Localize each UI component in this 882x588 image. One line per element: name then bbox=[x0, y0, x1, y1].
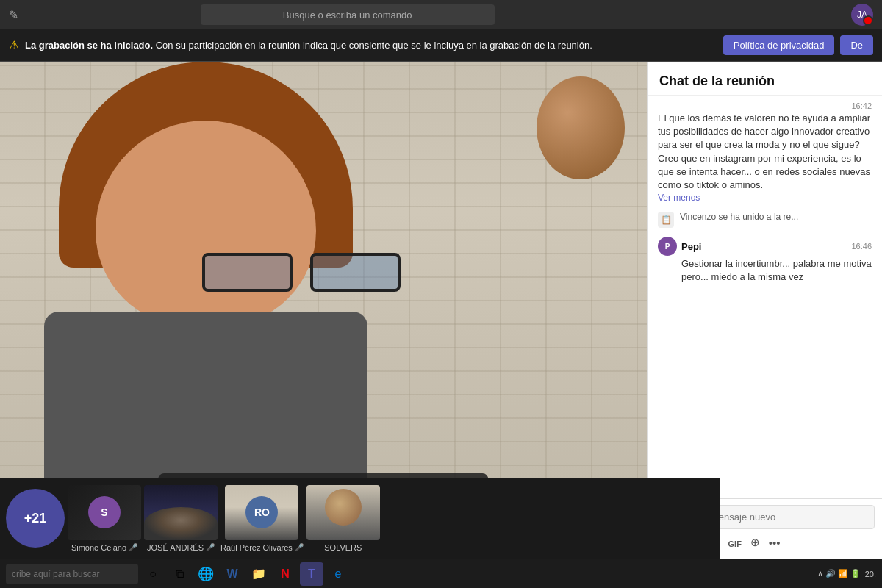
user-avatar[interactable]: JA bbox=[851, 4, 873, 26]
sticker-icon: ⊕ bbox=[750, 536, 760, 548]
avatar-s: S bbox=[88, 496, 121, 528]
content-row: rmen Garrido ★ ••• 01:01:49 bbox=[0, 62, 882, 559]
thumb-name-ro: Raúl Pérez Olivares 🎤 bbox=[220, 543, 304, 552]
mute-icon-ro: 🎤 bbox=[295, 543, 304, 551]
overflow-count-item[interactable]: +21 bbox=[6, 489, 65, 548]
thumb-name-label-sc: JOSÉ ANDRÉS bbox=[147, 543, 204, 552]
chat-system-1: 📋 Vincenzo se ha unido a la re... bbox=[658, 212, 872, 228]
app-window: ✎ Busque o escriba un comando JA ⚠ La gr… bbox=[0, 0, 882, 588]
thumb-name-label-ro: Raúl Pérez Olivares bbox=[220, 543, 293, 552]
taskbar-edge[interactable]: e bbox=[326, 562, 350, 586]
thumb-video-last bbox=[306, 485, 380, 540]
person-face bbox=[96, 121, 316, 326]
thumb-video-sc bbox=[144, 485, 218, 540]
chat-header: Chat de la reunión bbox=[648, 62, 882, 96]
taskbar-explorer[interactable]: 📁 bbox=[247, 562, 270, 586]
chrome-icon: 🌐 bbox=[198, 566, 214, 582]
recording-bold: La grabación se ha iniciado. bbox=[25, 40, 153, 51]
taskbar-taskview[interactable]: ⧉ bbox=[168, 562, 191, 586]
recording-banner: ⚠ La grabación se ha iniciado. Con su pa… bbox=[0, 29, 882, 62]
thumb-name-last: SOLVERS bbox=[324, 543, 362, 552]
thumb-name-label-s: Simone Celano bbox=[71, 543, 126, 552]
thumb-video-s: S bbox=[68, 485, 141, 540]
title-bar: ✎ Busque o escriba un comando JA bbox=[0, 0, 882, 29]
taskbar-right: ∧ 🔊 📶 🔋 20: bbox=[817, 569, 876, 578]
taskview-icon: ⧉ bbox=[176, 567, 184, 581]
recording-body: Con su participación en la reunión indic… bbox=[156, 40, 592, 51]
chat-msg-2-name: Pepi bbox=[681, 241, 701, 252]
avatar-ro: RO bbox=[245, 496, 278, 528]
chat-msg-2-header: P Pepi 16:46 bbox=[658, 237, 872, 256]
chat-msg-2-text: Gestionar la incertiumbr... palabra me m… bbox=[681, 257, 872, 284]
overflow-count[interactable]: +21 bbox=[6, 489, 65, 548]
taskbar: ○ ⧉ 🌐 W 📁 N T e ∧ 🔊 📶 🔋 20: bbox=[0, 559, 882, 588]
chat-messages: 16:42 El que los demás te valoren no te … bbox=[648, 96, 882, 498]
thumb-name-s: Simone Celano 🎤 bbox=[71, 543, 137, 552]
taskbar-cortana[interactable]: ○ bbox=[141, 562, 165, 586]
thumbnail-s[interactable]: S Simone Celano 🎤 bbox=[68, 485, 141, 552]
taskbar-time: 20: bbox=[865, 570, 876, 578]
edit-icon[interactable]: ✎ bbox=[9, 8, 18, 22]
chat-msg-1-header: 16:42 bbox=[658, 101, 872, 110]
avatar-initials: JA bbox=[857, 10, 867, 20]
gif-button[interactable]: GIF bbox=[726, 534, 744, 551]
last-face-shape bbox=[325, 489, 362, 526]
thumb-name-label-last: SOLVERS bbox=[324, 543, 362, 552]
chat-message-2: P Pepi 16:46 Gestionar la incertiumbr...… bbox=[658, 237, 872, 284]
warning-icon: ⚠ bbox=[9, 38, 19, 52]
person-glasses bbox=[202, 253, 408, 290]
sticker-button[interactable]: ⊕ bbox=[748, 534, 762, 551]
decoration-sphere bbox=[537, 76, 625, 179]
explorer-icon: 📁 bbox=[251, 567, 266, 581]
mute-icon-sc: 🎤 bbox=[206, 543, 215, 551]
thumbnail-ro[interactable]: RO Raúl Pérez Olivares 🎤 bbox=[220, 485, 304, 552]
system-icon: 📋 bbox=[658, 212, 674, 228]
gif-icon: GIF bbox=[728, 539, 742, 548]
dismiss-button[interactable]: De bbox=[840, 35, 873, 55]
thumb-name-sc: JOSÉ ANDRÉS 🎤 bbox=[147, 543, 215, 552]
chat-msg-1-link[interactable]: Ver menos bbox=[658, 193, 700, 203]
video-section: rmen Garrido ★ ••• 01:01:49 bbox=[0, 62, 647, 559]
edge-icon: e bbox=[335, 567, 342, 581]
privacy-policy-button[interactable]: Política de privacidad bbox=[723, 35, 835, 55]
system-text: Vincenzo se ha unido a la re... bbox=[680, 212, 798, 222]
chat-msg-1-time: 16:42 bbox=[851, 101, 872, 110]
chat-message-1: 16:42 El que los demás te valoren no te … bbox=[658, 101, 872, 203]
thumb-video-ro: RO bbox=[225, 485, 298, 540]
taskbar-word[interactable]: W bbox=[220, 562, 244, 586]
taskbar-search[interactable] bbox=[6, 564, 138, 584]
command-search-placeholder: Busque o escriba un comando bbox=[283, 10, 412, 21]
command-search[interactable]: Busque o escriba un comando bbox=[201, 4, 495, 25]
taskbar-chrome[interactable]: 🌐 bbox=[194, 562, 218, 586]
word-icon: W bbox=[226, 567, 237, 581]
mute-icon-s: 🎤 bbox=[129, 543, 137, 551]
thumbnail-last[interactable]: SOLVERS bbox=[306, 485, 380, 552]
more-chat-button[interactable]: ••• bbox=[767, 534, 783, 551]
chat-msg-2-time: 16:46 bbox=[851, 242, 872, 251]
teams-icon: T bbox=[308, 567, 315, 581]
taskbar-systray: ∧ 🔊 📶 🔋 bbox=[817, 569, 861, 578]
thumbnails-row: +21 S Simone Celano 🎤 bbox=[0, 478, 720, 559]
jose-face bbox=[144, 507, 218, 540]
cortana-icon: ○ bbox=[149, 567, 157, 581]
netflix-icon: N bbox=[281, 567, 290, 581]
more-chat-icon: ••• bbox=[769, 537, 781, 549]
taskbar-netflix[interactable]: N bbox=[273, 562, 297, 586]
recording-text: La grabación se ha iniciado. Con su part… bbox=[25, 40, 717, 51]
thumbnail-sc[interactable]: JOSÉ ANDRÉS 🎤 bbox=[144, 485, 218, 552]
taskbar-teams[interactable]: T bbox=[300, 562, 323, 586]
chat-avatar-pepi: P bbox=[658, 237, 677, 256]
chat-msg-1-text: El que los demás te valoren no te ayuda … bbox=[658, 112, 872, 192]
